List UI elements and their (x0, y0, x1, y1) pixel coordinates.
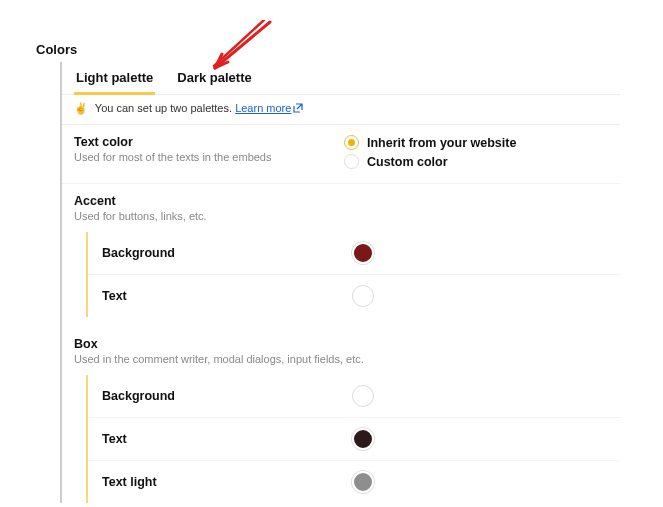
accent-group: Background Text (86, 232, 620, 317)
radio-inherit-label: Inherit from your website (367, 136, 516, 150)
accent-text-row: Text (88, 275, 620, 317)
tip-text: You can set up two palettes. (95, 102, 232, 114)
radio-custom[interactable]: Custom color (344, 154, 608, 169)
box-text-row: Text (88, 418, 620, 461)
box-section-header: Box Used in the comment writer, modal di… (62, 327, 620, 369)
accent-background-swatch[interactable] (352, 242, 374, 264)
palette-tip: ✌️ You can set up two palettes. Learn mo… (62, 95, 620, 125)
box-background-label: Background (102, 389, 352, 403)
colors-panel: Light palette Dark palette ✌️ You can se… (60, 62, 620, 503)
learn-more-link[interactable]: Learn more (235, 102, 303, 114)
box-group: Background Text Text light (86, 375, 620, 503)
accent-section-header: Accent Used for buttons, links, etc. (62, 184, 620, 226)
radio-icon-unselected (344, 154, 359, 169)
tab-light-palette[interactable]: Light palette (74, 62, 155, 95)
accent-title: Accent (74, 194, 608, 208)
box-background-swatch[interactable] (352, 385, 374, 407)
box-text-light-swatch[interactable] (352, 471, 374, 493)
box-text-light-label: Text light (102, 475, 352, 489)
external-link-icon (293, 103, 303, 115)
accent-text-label: Text (102, 289, 352, 303)
box-text-swatch[interactable] (352, 428, 374, 450)
accent-background-label: Background (102, 246, 352, 260)
text-color-row: Text color Used for most of the texts in… (62, 125, 620, 184)
box-text-label: Text (102, 432, 352, 446)
text-color-label: Text color (74, 135, 334, 149)
palette-tabs: Light palette Dark palette (62, 62, 620, 95)
peace-emoji: ✌️ (74, 102, 88, 114)
page-title: Colors (36, 42, 77, 57)
text-color-sub: Used for most of the texts in the embeds (74, 151, 334, 163)
box-sub: Used in the comment writer, modal dialog… (74, 353, 608, 365)
radio-custom-label: Custom color (367, 155, 448, 169)
radio-icon-selected (344, 135, 359, 150)
accent-text-swatch[interactable] (352, 285, 374, 307)
box-background-row: Background (88, 375, 620, 418)
box-text-light-row: Text light (88, 461, 620, 503)
accent-sub: Used for buttons, links, etc. (74, 210, 608, 222)
radio-inherit[interactable]: Inherit from your website (344, 135, 608, 150)
tab-dark-palette[interactable]: Dark palette (175, 62, 253, 95)
accent-background-row: Background (88, 232, 620, 275)
box-title: Box (74, 337, 608, 351)
